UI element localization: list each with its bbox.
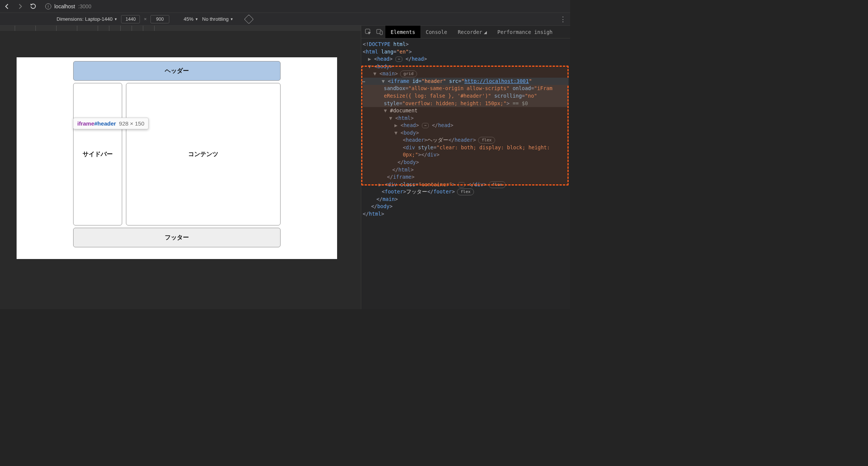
page-content-box: コンテンツ (126, 83, 281, 225)
site-info-icon[interactable]: i (45, 3, 51, 9)
tab-performance-insights[interactable]: Performance insigh (492, 26, 558, 38)
url-host: localhost (54, 3, 75, 9)
throttling-dropdown[interactable]: No throttling ▼ (202, 16, 233, 22)
devtools-panel: Elements Console Recorder ◢ Performance … (361, 26, 570, 309)
zoom-dropdown[interactable]: 45% ▼ (184, 16, 198, 22)
flex-badge[interactable]: flex (478, 137, 495, 144)
page-sidebar-box: サイドバー (73, 83, 122, 225)
more-options-button[interactable]: ⋮ (560, 15, 566, 23)
address-bar[interactable]: i localhost:3000 (41, 2, 567, 11)
tab-console[interactable]: Console (420, 26, 452, 38)
element-hover-tooltip: iframe#header 928 × 150 (73, 118, 149, 129)
throttling-value: No throttling (202, 16, 229, 22)
device-name: Laptop-1440 (85, 16, 113, 22)
inspect-icon[interactable] (363, 26, 374, 38)
page-sidebar-label: サイドバー (83, 150, 113, 158)
url-port: :3000 (78, 3, 91, 9)
page-footer-label: フッター (165, 234, 189, 242)
forward-button[interactable] (16, 2, 24, 11)
dimensions-dropdown[interactable]: Dimensions: Laptop-1440 ▼ (57, 16, 117, 22)
page-header-box: ヘッダー (73, 61, 281, 81)
tooltip-id: #header (94, 120, 116, 127)
page-content-label: コンテンツ (188, 150, 218, 158)
dom-tree[interactable]: <!DOCTYPE html> <html lang="en"> ▶ <head… (361, 38, 570, 309)
rendered-page: ヘッダー サイドバー コンテンツ フッター (17, 57, 337, 259)
zoom-value: 45% (184, 16, 193, 22)
device-toolbar: Dimensions: Laptop-1440 ▼ × 45% ▼ No thr… (0, 13, 570, 26)
tooltip-dims: 928 × 150 (119, 120, 144, 127)
reload-button[interactable] (29, 2, 37, 11)
ruler (0, 26, 361, 31)
height-input[interactable] (150, 15, 169, 23)
tab-elements[interactable]: Elements (385, 26, 420, 38)
chevron-down-icon: ▼ (195, 17, 198, 21)
rotate-button[interactable] (245, 15, 253, 23)
times-label: × (144, 16, 147, 22)
devtools-tabs: Elements Console Recorder ◢ Performance … (361, 26, 570, 38)
main-split: ヘッダー サイドバー コンテンツ フッター iframe#header 928 … (0, 26, 570, 309)
flex-badge[interactable]: flex (489, 181, 506, 188)
beaker-icon: ◢ (484, 29, 487, 35)
dom-node-iframe[interactable]: ⋯ ▼ <iframe id="header" src="http://loca… (363, 78, 569, 85)
browser-toolbar: i localhost:3000 (0, 0, 570, 13)
tooltip-tag: iframe (77, 120, 94, 127)
device-toggle-icon[interactable] (374, 26, 385, 38)
flex-badge[interactable]: flex (457, 189, 474, 195)
chevron-down-icon: ▼ (114, 17, 118, 21)
device-viewport: ヘッダー サイドバー コンテンツ フッター iframe#header 928 … (0, 26, 361, 309)
tab-recorder[interactable]: Recorder ◢ (452, 26, 492, 38)
chevron-down-icon: ▼ (230, 17, 233, 21)
dimensions-label: Dimensions: (57, 16, 84, 22)
page-footer-box: フッター (73, 228, 281, 247)
width-input[interactable] (121, 15, 140, 23)
page-header-label: ヘッダー (165, 67, 189, 75)
back-button[interactable] (3, 2, 11, 11)
grid-badge[interactable]: grid (400, 71, 417, 77)
svg-rect-2 (380, 31, 382, 35)
